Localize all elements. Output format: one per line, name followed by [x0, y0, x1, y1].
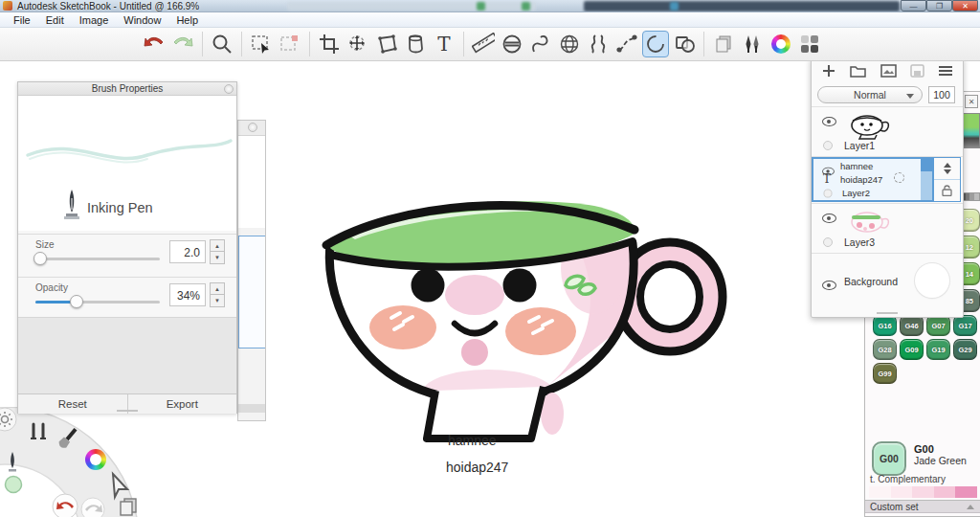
layer-color-radio[interactable]: [823, 141, 833, 150]
opacity-label: Opacity: [35, 282, 68, 293]
layer-menu-icon[interactable]: [938, 65, 953, 77]
redo-icon[interactable]: [169, 31, 196, 57]
french-curve-icon[interactable]: [527, 31, 554, 57]
color-swatch-G17[interactable]: G17: [953, 315, 977, 336]
undo-icon[interactable]: [141, 31, 167, 57]
duplicate-icon[interactable]: [710, 31, 737, 57]
color-swatch-G16[interactable]: G16: [873, 315, 897, 336]
panel-resize-handle[interactable]: [877, 312, 898, 314]
color-swatch-G07[interactable]: G07: [926, 315, 950, 336]
layer-color-radio[interactable]: [824, 190, 833, 198]
blend-mode-value: Normal: [854, 89, 886, 101]
ellipse-guide-icon[interactable]: [499, 31, 525, 57]
add-layer-icon[interactable]: [821, 63, 836, 79]
perspective-icon[interactable]: [556, 31, 583, 57]
layer-opacity-input[interactable]: 100: [928, 86, 955, 103]
custom-set-label: Custom set: [870, 502, 919, 512]
distort-icon[interactable]: [373, 31, 400, 57]
canvas-text-hamnee: hamnee: [448, 433, 497, 448]
export-button[interactable]: Export: [128, 394, 237, 414]
shapes-icon[interactable]: [671, 31, 698, 57]
color-swatches-icon[interactable]: [796, 31, 823, 57]
ruler-icon[interactable]: [470, 31, 497, 57]
layer-row-layer2-selected[interactable]: hamnee T hoidap247 Layer2: [812, 156, 963, 203]
layer-row-layer1[interactable]: Layer1: [812, 106, 963, 156]
size-stepper[interactable]: ▲▼: [210, 239, 225, 264]
layer-scrollbar[interactable]: [921, 159, 932, 200]
symmetry-icon[interactable]: [585, 31, 612, 57]
opacity-stepper[interactable]: ▲▼: [210, 282, 225, 307]
color-swatch-G99[interactable]: G99: [873, 363, 897, 384]
text-icon[interactable]: T: [431, 31, 457, 57]
complementary-color-cell[interactable]: [955, 486, 977, 498]
opacity-value[interactable]: 34%: [169, 283, 206, 306]
brush-properties-panel: Brush Properties Inking Pen Size 2.0 ▲▼ …: [17, 81, 237, 414]
visibility-eye-icon[interactable]: [822, 281, 836, 290]
transform-icon[interactable]: [345, 31, 371, 57]
brush-library-icon[interactable]: [739, 31, 766, 57]
layers-icon: [121, 499, 136, 515]
green-swatch-grid: G16G46G07G17G28G09G19G29G99: [873, 315, 980, 384]
layer-group-icon[interactable]: [850, 64, 866, 79]
save-layer-icon[interactable]: [910, 64, 924, 78]
layer-lock-icon[interactable]: [934, 180, 960, 201]
visibility-eye-icon[interactable]: [822, 117, 836, 126]
menu-image[interactable]: Image: [72, 14, 117, 26]
deselect-icon[interactable]: [277, 31, 303, 57]
opacity-slider-thumb[interactable]: [70, 295, 83, 308]
brush-name: Inking Pen: [87, 200, 153, 215]
color-swatch-G29[interactable]: G29: [953, 339, 977, 360]
background-color-thumbnail[interactable]: [915, 263, 949, 298]
predictive-stroke-icon[interactable]: [613, 31, 640, 57]
selected-brush-slot[interactable]: [238, 236, 265, 348]
canvas-text-hoidap247: hoidap247: [446, 460, 508, 475]
fill-icon[interactable]: [402, 31, 429, 57]
layer-reorder-handle[interactable]: [934, 158, 960, 180]
color-swatch-G28[interactable]: G28: [873, 339, 897, 360]
menu-edit[interactable]: Edit: [38, 14, 72, 26]
maximize-button[interactable]: ❐: [926, 0, 952, 11]
menu-file[interactable]: File: [6, 14, 38, 26]
reset-button[interactable]: Reset: [18, 394, 128, 414]
current-color-swatch[interactable]: G00: [872, 441, 906, 476]
layer2-text-hamnee: hamnee: [840, 161, 873, 171]
minimize-button[interactable]: —: [901, 0, 926, 11]
complementary-color-cell[interactable]: [912, 486, 934, 498]
complementary-color-cell[interactable]: [869, 486, 891, 498]
blend-mode-select[interactable]: Normal: [817, 86, 923, 103]
close-icon[interactable]: ✕: [965, 95, 978, 108]
layer-color-radio[interactable]: [823, 237, 833, 247]
current-color-name: Jade Green: [914, 455, 967, 466]
visibility-eye-icon[interactable]: [822, 214, 836, 223]
custom-set-bar[interactable]: Custom set: [865, 500, 980, 513]
complementary-color-cell[interactable]: [934, 486, 956, 498]
color-wheel-icon[interactable]: [85, 449, 106, 470]
color-swatch-G09[interactable]: G09: [900, 339, 924, 360]
layer-row-background[interactable]: Background: [812, 253, 963, 310]
panel-close-icon[interactable]: [224, 84, 234, 94]
size-slider-thumb[interactable]: [33, 252, 47, 265]
layer-row-layer3[interactable]: Layer3: [812, 203, 963, 253]
complementary-color-cell[interactable]: [891, 486, 913, 498]
zoom-icon[interactable]: [209, 31, 235, 57]
color-swatch-G46[interactable]: G46: [900, 315, 924, 336]
canvas-drawing-teacup: [301, 172, 732, 450]
crop-icon[interactable]: [316, 31, 343, 57]
close-button[interactable]: ✕: [952, 0, 978, 11]
select-icon[interactable]: [248, 31, 275, 57]
color-wheel-icon[interactable]: [768, 31, 794, 57]
inking-pen-icon: [62, 189, 81, 221]
color-swatch-G19[interactable]: G19: [926, 339, 950, 360]
size-value[interactable]: 2.0: [169, 240, 206, 263]
lagoon-corner-tool: [0, 407, 167, 517]
current-color-dot[interactable]: [6, 477, 22, 493]
panel-close-icon[interactable]: [248, 123, 257, 132]
opacity-slider[interactable]: [35, 301, 160, 303]
text-layer-icon: T: [823, 172, 831, 186]
import-image-icon[interactable]: [880, 64, 897, 78]
steady-ellipse-icon[interactable]: [642, 31, 669, 57]
complementary-color-row: [869, 486, 977, 498]
size-slider[interactable]: [35, 258, 160, 260]
menu-help[interactable]: Help: [168, 14, 206, 26]
menu-window[interactable]: Window: [116, 14, 168, 26]
